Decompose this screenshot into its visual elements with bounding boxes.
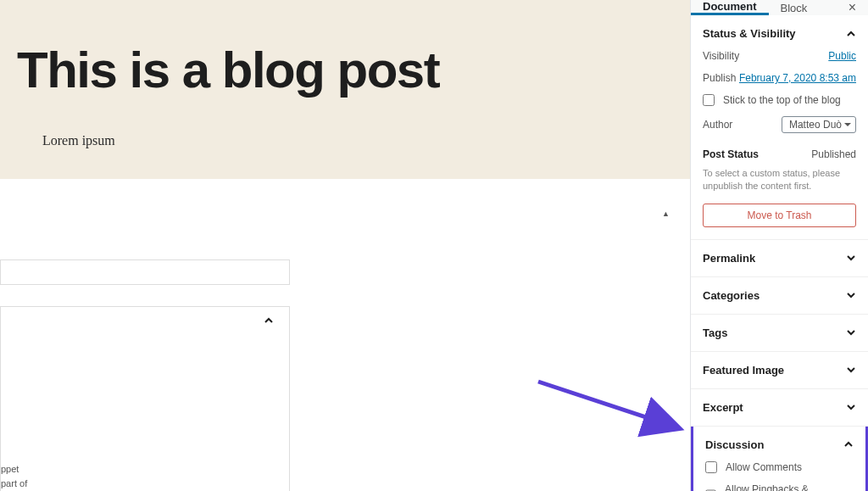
- panel-status-visibility: Status & Visibility Visibility Public Pu…: [691, 15, 868, 240]
- chevron-up-icon: [846, 29, 856, 39]
- post-status-label: Post Status: [703, 148, 759, 160]
- settings-sidebar: Document Block × Status & Visibility Vis…: [690, 0, 868, 491]
- post-body[interactable]: Lorem ipsum: [42, 133, 673, 148]
- chevron-down-icon: [846, 253, 856, 263]
- sticky-row[interactable]: Stick to the top of the blog: [703, 94, 856, 106]
- sidebar-tabs: Document Block ×: [691, 0, 868, 15]
- panel-status-toggle[interactable]: Status & Visibility: [703, 27, 856, 40]
- allow-comments-label: Allow Comments: [726, 461, 802, 473]
- chevron-up-icon: [843, 439, 854, 449]
- caret-up-icon: ▲: [662, 209, 670, 218]
- panel-categories-toggle[interactable]: Categories: [703, 289, 856, 302]
- panel-discussion-label: Discussion: [705, 438, 764, 451]
- close-icon[interactable]: ×: [837, 0, 868, 15]
- author-select[interactable]: Matteo Duò: [782, 116, 856, 133]
- truncated-text: ppet part of: [1, 462, 36, 490]
- sticky-checkbox[interactable]: [703, 94, 715, 106]
- editor-canvas[interactable]: This is a blog post Lorem ipsum ▲ ppet p…: [0, 0, 690, 491]
- chevron-down-icon: [846, 402, 856, 412]
- panel-excerpt-label: Excerpt: [703, 401, 743, 414]
- panel-featured-label: Featured Image: [703, 364, 784, 377]
- allow-comments-row[interactable]: Allow Comments: [705, 461, 854, 473]
- post-status-value: Published: [811, 148, 856, 160]
- panel-discussion-highlight: Discussion Allow Comments Allow Pingback…: [691, 427, 868, 491]
- tab-block[interactable]: Block: [769, 0, 820, 15]
- tab-document[interactable]: Document: [691, 0, 769, 15]
- panel-status-label: Status & Visibility: [703, 27, 796, 40]
- panel-permalink: Permalink: [691, 240, 868, 277]
- panel-tags: Tags: [691, 315, 868, 352]
- publish-label: Publish: [703, 72, 736, 84]
- status-note: To select a custom status, please unpubl…: [703, 167, 856, 193]
- post-hero: This is a blog post Lorem ipsum: [0, 0, 690, 179]
- panel-featured-image: Featured Image: [691, 352, 868, 389]
- publish-date-link[interactable]: February 7, 2020 8:53 am: [739, 72, 856, 84]
- allow-comments-checkbox[interactable]: [705, 461, 717, 473]
- editor-lower: ▲ ppet part of: [0, 179, 690, 459]
- allow-pingbacks-row[interactable]: Allow Pingbacks & Trackbacks: [705, 483, 854, 491]
- panel-tags-toggle[interactable]: Tags: [703, 326, 856, 339]
- visibility-link[interactable]: Public: [828, 50, 856, 62]
- chevron-down-icon: [846, 365, 856, 375]
- post-title[interactable]: This is a blog post: [17, 41, 673, 99]
- panel-excerpt: Excerpt: [691, 389, 868, 427]
- meta-panel-box[interactable]: ppet part of: [0, 306, 290, 491]
- panel-permalink-label: Permalink: [703, 252, 755, 265]
- meta-field-box[interactable]: [0, 259, 290, 285]
- allow-pingbacks-label: Allow Pingbacks & Trackbacks: [725, 483, 854, 491]
- chevron-down-icon: [846, 290, 856, 300]
- panel-categories: Categories: [691, 277, 868, 315]
- panel-discussion-toggle[interactable]: Discussion: [705, 438, 854, 451]
- move-to-trash-button[interactable]: Move to Trash: [703, 204, 856, 227]
- panel-tags-label: Tags: [703, 326, 727, 339]
- panel-permalink-toggle[interactable]: Permalink: [703, 252, 856, 265]
- panel-excerpt-toggle[interactable]: Excerpt: [703, 401, 856, 414]
- author-label: Author: [703, 119, 732, 131]
- visibility-label: Visibility: [703, 50, 739, 62]
- panel-categories-label: Categories: [703, 289, 760, 302]
- chevron-up-icon: [264, 314, 274, 329]
- panel-featured-toggle[interactable]: Featured Image: [703, 364, 856, 377]
- panel-discussion: Discussion Allow Comments Allow Pingback…: [693, 427, 865, 491]
- sticky-label: Stick to the top of the blog: [723, 94, 841, 106]
- chevron-down-icon: [846, 327, 856, 338]
